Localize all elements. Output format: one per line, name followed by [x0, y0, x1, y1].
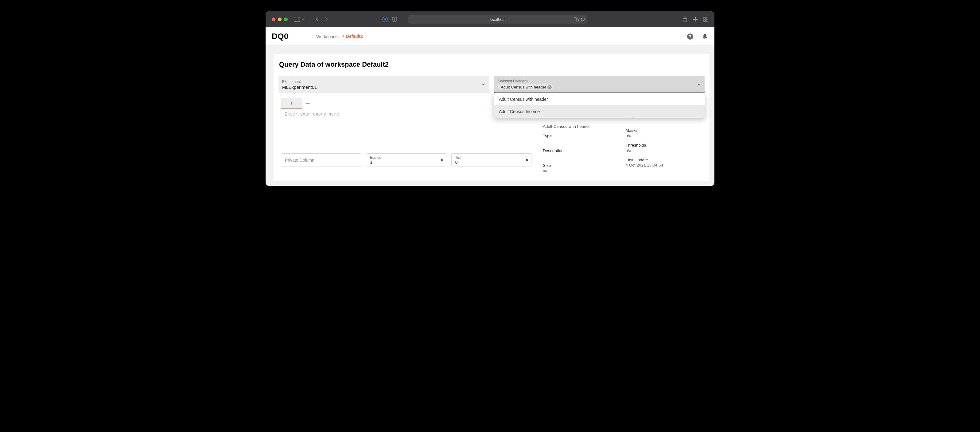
detail-masks-value: n/a — [626, 133, 701, 138]
detail-type-label: Type — [543, 134, 618, 138]
svg-rect-8 — [706, 17, 708, 19]
experiment-select[interactable]: Experiment MLExperiment01 — [278, 76, 489, 93]
url-bar[interactable]: localhost — [408, 15, 587, 24]
close-window-button[interactable] — [272, 18, 275, 21]
svg-point-3 — [384, 18, 386, 20]
detail-thresholds-label: Thresholds — [626, 143, 701, 147]
datasets-option[interactable]: Adult Census with header — [494, 93, 705, 105]
epsilon-input[interactable]: Epsilon 1 — [366, 153, 446, 167]
detail-type-value — [543, 139, 618, 143]
new-tab-icon[interactable] — [693, 16, 698, 22]
chevron-down-icon — [482, 84, 485, 85]
minimize-window-button[interactable] — [278, 18, 282, 21]
add-tab-button[interactable]: + — [302, 98, 313, 109]
titlebar: localhost — [266, 11, 714, 27]
help-icon[interactable]: ? — [687, 33, 694, 40]
tau-input[interactable]: Tau 0 — [451, 153, 531, 167]
private-column-input[interactable]: Private Column — [281, 153, 361, 167]
workspace-link[interactable]: Default2 — [341, 34, 363, 39]
back-button[interactable] — [315, 17, 319, 22]
app-logo: DQ0 — [272, 32, 289, 41]
detail-desc-value — [543, 154, 618, 158]
svg-rect-10 — [706, 20, 708, 22]
fullscreen-window-button[interactable] — [284, 18, 288, 21]
detail-lastupdate-value: 4 Oct 2021 13:04:54 — [626, 163, 701, 167]
reload-icon[interactable] — [581, 17, 585, 22]
detail-thresholds-value: n/a — [626, 148, 701, 153]
dataset-chip-label: Adult Census with header — [501, 85, 546, 89]
datasets-option[interactable]: Adult Census Income — [494, 105, 705, 118]
sidebar-dropdown-icon[interactable] — [302, 18, 305, 20]
share-icon[interactable] — [682, 16, 687, 22]
page-content: Query Data of workspace Default2 Experim… — [266, 46, 714, 186]
svg-rect-5 — [576, 19, 578, 21]
experiment-select-label: Experiment — [282, 80, 485, 84]
tau-value: 0 — [455, 160, 527, 165]
window-controls — [272, 18, 288, 21]
datasets-dropdown: Adult Census with header Adult Census In… — [494, 93, 705, 118]
privacy-icon[interactable] — [382, 17, 388, 22]
page-title: Query Data of workspace Default2 — [278, 61, 705, 69]
private-column-placeholder: Private Column — [285, 158, 357, 163]
detail-name-value: Adult Census with header — [543, 124, 618, 129]
detail-masks-label: Masks — [626, 128, 701, 133]
notifications-icon[interactable] — [702, 33, 708, 40]
svg-rect-7 — [704, 17, 706, 19]
forward-button[interactable] — [325, 17, 328, 22]
url-text: localhost — [490, 17, 505, 22]
workspace-label: Workspace: Default2 — [316, 34, 363, 39]
datasets-select-label: Selected Datasets — [498, 79, 701, 83]
svg-rect-0 — [294, 17, 300, 22]
experiment-select-value: MLExperiment01 — [282, 84, 485, 90]
query-tab[interactable]: 1 — [281, 98, 302, 109]
detail-size-label: Size — [543, 163, 618, 168]
svg-text:?: ? — [689, 34, 691, 39]
svg-rect-4 — [574, 18, 576, 20]
dataset-chip[interactable]: Adult Census with header ✕ — [498, 84, 554, 90]
translate-icon[interactable] — [574, 17, 579, 22]
chip-remove-icon[interactable]: ✕ — [547, 85, 552, 89]
browser-window: localhost DQ0 Workspac — [266, 11, 714, 186]
epsilon-value: 1 — [370, 160, 442, 165]
chevron-up-icon — [697, 84, 700, 85]
sidebar-toggle-icon[interactable] — [294, 17, 300, 22]
detail-size-value: n/a — [543, 168, 618, 173]
shield-icon[interactable] — [392, 17, 397, 22]
tabs-overview-icon[interactable] — [703, 16, 708, 22]
epsilon-label: Epsilon — [370, 156, 442, 159]
detail-lastupdate-label: Last Update — [626, 158, 701, 162]
stepper-icon[interactable] — [526, 159, 528, 162]
app-header: DQ0 Workspace: Default2 ? — [266, 27, 714, 46]
stepper-icon[interactable] — [441, 159, 443, 162]
detail-desc-label: Description — [543, 148, 618, 153]
tau-label: Tau — [455, 156, 527, 159]
svg-rect-9 — [704, 20, 706, 22]
datasets-select[interactable]: Selected Datasets Adult Census with head… — [494, 76, 705, 93]
